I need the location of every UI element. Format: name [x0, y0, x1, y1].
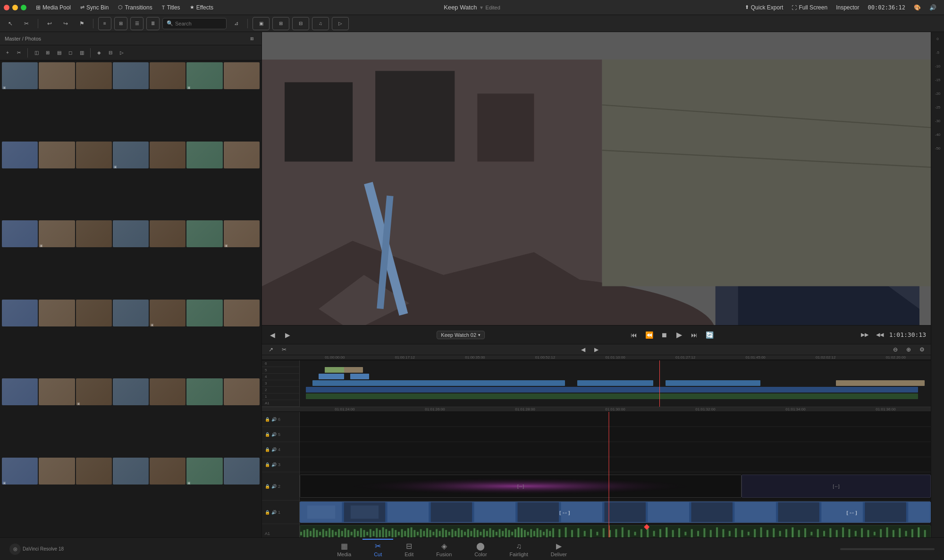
- media-thumb-item[interactable]: Depositphotos_55...: [2, 220, 38, 247]
- media-thumb-item[interactable]: Depositphotos_55...: [186, 220, 222, 247]
- step-back-btn[interactable]: ⏪: [643, 329, 655, 341]
- next-frame-btn[interactable]: ▶: [282, 329, 293, 341]
- dock-tab-media[interactable]: ▦ Media: [326, 539, 362, 559]
- link-btn[interactable]: ⊟: [292, 17, 309, 30]
- dock-tab-fairlight[interactable]: ♫ Fairlight: [498, 539, 539, 559]
- track2-clip-right[interactable]: [↔]: [742, 475, 931, 498]
- media-thumb-item[interactable]: ▣ Depositphotos_54...: [2, 62, 38, 89]
- media-thumb-item[interactable]: Depositphotos_55...: [224, 300, 260, 326]
- list-view-btn[interactable]: ≡: [98, 17, 111, 30]
- reverse-btn[interactable]: ◀◀: [874, 329, 885, 341]
- sync-bin-menu[interactable]: ⇌ Sync Bin: [76, 0, 112, 15]
- media-thumb-item[interactable]: Depositphotos_55...: [150, 220, 185, 247]
- transitions-menu[interactable]: ⬡ Transitions: [114, 0, 156, 15]
- track2-clip-left[interactable]: [↔]: [300, 475, 742, 498]
- go-to-end-btn[interactable]: ⏭: [689, 329, 700, 341]
- media-thumb-item[interactable]: Depositphotos_55...: [113, 300, 149, 326]
- mini-clip-main-4[interactable]: [836, 380, 924, 386]
- mini-clip-row-a[interactable]: [306, 387, 918, 393]
- volume-icon[interactable]: 🔊: [926, 0, 940, 15]
- dock-tab-deliver[interactable]: ▶ Deliver: [539, 539, 578, 559]
- media-thumb-item[interactable]: Depositphotos_55...: [39, 458, 75, 485]
- stop-btn[interactable]: ⏹: [658, 329, 670, 341]
- media-thumb-item[interactable]: ▣ Depositphotos_55...: [150, 300, 185, 326]
- dock-tab-fusion[interactable]: ◈ Fusion: [425, 539, 463, 559]
- media-thumb-item[interactable]: Depositphotos_55...: [150, 62, 185, 89]
- mini-clip-main-2[interactable]: [577, 380, 653, 386]
- media-btn-7[interactable]: ⊟: [106, 48, 115, 58]
- media-thumb-item[interactable]: Depositphotos_55...: [2, 142, 38, 168]
- media-btn-5[interactable]: ▥: [77, 48, 86, 58]
- media-pool-view-toggle[interactable]: ⊞: [247, 34, 257, 43]
- grid-view-btn[interactable]: ⊞: [114, 17, 127, 30]
- media-thumb-item[interactable]: Depositphotos_55...: [224, 458, 260, 485]
- mini-clip-main-3[interactable]: [666, 380, 760, 386]
- zoomed-tracks-content[interactable]: [↔] [↔]: [300, 412, 931, 537]
- media-thumb-item[interactable]: Depositphotos_55...: [186, 142, 222, 168]
- timeline-nav-next[interactable]: ▶: [591, 344, 602, 355]
- mini-clip-tan-2[interactable]: [325, 367, 344, 373]
- overview-tracks-area[interactable]: [300, 360, 931, 407]
- timeline-ctrl-2[interactable]: ✂: [279, 344, 289, 355]
- mini-clip-blue-1[interactable]: [319, 374, 344, 379]
- go-to-start-btn[interactable]: ⏮: [628, 329, 640, 341]
- media-thumb-item[interactable]: Depositphotos_55...: [150, 378, 185, 405]
- media-thumb-item[interactable]: Depositphotos_55...: [2, 378, 38, 405]
- mini-clip-blue-2[interactable]: [350, 374, 369, 379]
- media-thumb-item[interactable]: Depositphotos_55...: [224, 142, 260, 168]
- media-thumb-item[interactable]: ▣ Depositphotos_55...: [186, 62, 222, 89]
- media-thumb-item[interactable]: Depositphotos_55...: [150, 142, 185, 168]
- media-thumb-item[interactable]: Depositphotos_55...: [39, 378, 75, 405]
- titles-menu[interactable]: T Titles: [158, 0, 184, 15]
- media-thumb-item[interactable]: Depositphotos_55...: [224, 62, 260, 89]
- media-btn-6[interactable]: ◈: [94, 48, 104, 58]
- media-btn-3[interactable]: ▤: [54, 48, 64, 58]
- detail-view-btn[interactable]: ☰: [130, 17, 143, 30]
- media-thumb-item[interactable]: Depositphotos_55...: [224, 378, 260, 405]
- media-thumb-item[interactable]: Depositphotos_55...: [113, 62, 149, 89]
- audio-btn[interactable]: ♫: [312, 17, 329, 30]
- full-screen-button[interactable]: ⛶ Full Screen: [788, 0, 831, 15]
- media-pool-menu[interactable]: ⊞ Media Pool: [32, 0, 75, 15]
- media-thumb-item[interactable]: Depositphotos_55...: [113, 220, 149, 247]
- quick-export-button[interactable]: ⬆ Quick Export: [741, 0, 787, 15]
- media-thumb-item[interactable]: Depositphotos_55...: [2, 300, 38, 326]
- media-thumb-item[interactable]: ▣ Depositphotos_55...: [113, 142, 149, 168]
- media-thumb-item[interactable]: Depositphotos_55...: [76, 220, 112, 247]
- clip-name-selector[interactable]: Keep Watch 02 ▾: [437, 331, 485, 339]
- timeline-settings[interactable]: ⚙: [917, 344, 927, 355]
- media-thumb-item[interactable]: Depositphotos_55...: [76, 62, 112, 89]
- slow-forward-btn[interactable]: ▶▶: [859, 329, 870, 341]
- undo-button[interactable]: ↩: [43, 17, 56, 30]
- loop-btn[interactable]: 🔄: [704, 329, 715, 341]
- inspector-button[interactable]: Inspector: [832, 0, 863, 15]
- redo-button[interactable]: ↪: [59, 17, 72, 30]
- mini-clip-main-1[interactable]: [312, 380, 565, 386]
- media-thumb-item[interactable]: Depositphotos_55...: [186, 300, 222, 326]
- fullscreen-button[interactable]: [21, 5, 26, 10]
- media-thumb-item[interactable]: Depositphotos_55...: [39, 142, 75, 168]
- media-thumb-item[interactable]: Depositphotos_55...: [39, 62, 75, 89]
- blade-clip-btn[interactable]: ✂: [14, 48, 24, 58]
- media-thumb-item[interactable]: ▣ Depositphotos_55...: [224, 220, 260, 247]
- media-btn-1[interactable]: ◫: [32, 48, 41, 58]
- play-btn[interactable]: ▶: [674, 329, 685, 341]
- prev-frame-btn[interactable]: ◀: [267, 329, 278, 341]
- timeline-zoom-out[interactable]: ⊖: [890, 344, 901, 355]
- blade-tool[interactable]: ✂: [20, 17, 33, 30]
- close-button[interactable]: [4, 5, 9, 10]
- pointer-tool[interactable]: ↖: [4, 17, 17, 30]
- media-thumb-item[interactable]: Depositphotos_55...: [113, 458, 149, 485]
- more-btn[interactable]: ▷: [332, 17, 349, 30]
- media-thumb-item[interactable]: Depositphotos_55...: [113, 378, 149, 405]
- media-thumb-item[interactable]: Depositphotos_55...: [150, 458, 185, 485]
- search-input[interactable]: [175, 21, 222, 26]
- dock-tab-edit[interactable]: ⊟ Edit: [393, 539, 425, 559]
- media-thumb-item[interactable]: ▣ Depositphotos_55...: [2, 458, 38, 485]
- search-box[interactable]: 🔍: [162, 18, 227, 29]
- media-thumb-item[interactable]: ▣ Depositphotos_55...: [39, 220, 75, 247]
- flag-button[interactable]: ⚑: [75, 17, 88, 30]
- media-btn-2[interactable]: ⊞: [43, 48, 52, 58]
- clip-btn[interactable]: ▣: [253, 17, 270, 30]
- media-thumb-item[interactable]: Depositphotos_55...: [76, 142, 112, 168]
